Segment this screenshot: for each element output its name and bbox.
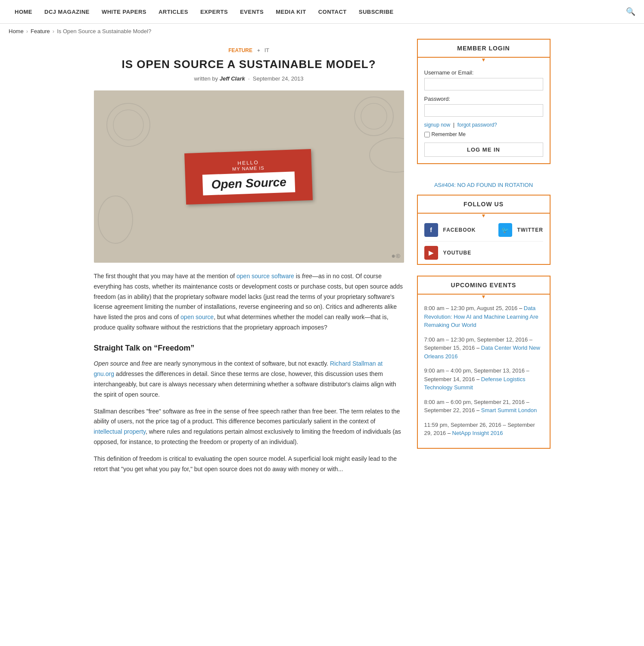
event-5-link[interactable]: NetApp Insight 2016 — [452, 430, 503, 436]
tag-it[interactable]: IT — [264, 47, 269, 53]
password-label: Password: — [424, 96, 543, 102]
breadcrumb-sep-1: › — [26, 28, 28, 34]
member-login-header: MEMBER LOGIN — [418, 40, 550, 58]
article-date: September 24, 2013 — [253, 75, 304, 82]
event-item-3: 9:00 am – 4:00 pm, September 13, 2016 – … — [424, 366, 543, 392]
facebook-row: f FACEBOOK 🐦 TWITTER — [418, 219, 550, 241]
remember-me-label: Remember Me — [432, 131, 466, 137]
login-header-arrow: ▼ — [418, 57, 550, 63]
breadcrumb-sep-2: › — [53, 28, 54, 34]
breadcrumb-current: Is Open Source a Sustainable Model? — [57, 28, 151, 34]
event-3-sep: – — [476, 376, 481, 382]
remember-me-checkbox[interactable] — [424, 132, 430, 137]
facebook-icon: f — [424, 223, 438, 237]
article-image-inner: HELLO MY NAME IS Open Source ⊕ ⓒ — [94, 90, 404, 263]
author-link[interactable]: Jeff Clark — [220, 75, 245, 82]
article-meta: written by Jeff Clark · September 24, 20… — [94, 75, 404, 82]
nav-articles[interactable]: ARTICLES — [152, 9, 194, 15]
hello-name-value: Open Source — [202, 171, 296, 195]
events-header: UPCOMING EVENTS — [418, 276, 550, 295]
section-heading-1: Straight Talk on “Freedom” — [94, 342, 404, 355]
svg-point-5 — [98, 196, 133, 243]
username-label: Username or Email: — [424, 69, 543, 76]
nav-subscribe[interactable]: SUBSCRIBE — [353, 9, 400, 15]
event-1-time: 8:00 am – 12:30 pm, August 25, 2016 — [424, 305, 518, 311]
written-by-label: written by — [194, 75, 218, 82]
follow-header-arrow: ▼ — [418, 213, 550, 219]
search-icon[interactable]: 🔍 — [626, 7, 635, 16]
nav-home[interactable]: HOME — [9, 9, 38, 15]
event-4-sep: – — [476, 407, 481, 413]
article-tags: FEATURE ✦ IT — [94, 47, 404, 53]
youtube-row: ▶ YOUTUBE — [418, 242, 550, 264]
youtube-label[interactable]: YOUTUBE — [443, 250, 472, 256]
image-license: ⊕ ⓒ — [392, 253, 401, 259]
sidebar-column: MEMBER LOGIN ▼ Username or Email: Passwo… — [417, 39, 551, 481]
event-item-5: 11:59 pm, September 26, 2016 – September… — [424, 421, 543, 438]
svg-point-4 — [370, 138, 404, 172]
login-links: signup now | forgot password? — [424, 122, 543, 128]
nav-whitepapers[interactable]: WHITE PAPERS — [96, 9, 152, 15]
breadcrumb-home[interactable]: Home — [9, 28, 24, 34]
svg-point-1 — [113, 110, 143, 140]
nav-dcj[interactable]: DCJ MAGAZINE — [38, 9, 96, 15]
breadcrumb: Home › Feature › Is Open Source a Sustai… — [0, 24, 644, 39]
member-login-box: MEMBER LOGIN ▼ Username or Email: Passwo… — [417, 39, 551, 164]
signup-link[interactable]: signup now — [424, 122, 451, 128]
password-input[interactable] — [424, 104, 543, 117]
facebook-label[interactable]: FACEBOOK — [443, 227, 476, 233]
stallman-link[interactable]: Richard Stallman at gnu.org — [94, 360, 383, 377]
open-source-link-1[interactable]: open source software — [236, 273, 294, 280]
content-column: FEATURE ✦ IT IS OPEN SOURCE A SUSTAINABL… — [94, 39, 404, 481]
article-para-2: Open source and free are nearly synonymo… — [94, 359, 404, 400]
follow-us-header: FOLLOW US — [418, 196, 550, 214]
breadcrumb-feature[interactable]: Feature — [31, 28, 50, 34]
remember-me-row: Remember Me — [424, 131, 543, 137]
article-para-1: The first thought that you may have at t… — [94, 271, 404, 333]
event-item-1: 8:00 am – 12:30 pm, August 25, 2016 – Da… — [424, 304, 543, 329]
open-source-link-2[interactable]: open source — [180, 314, 214, 320]
article-image: HELLO MY NAME IS Open Source ⊕ ⓒ — [94, 90, 404, 263]
twitter-label[interactable]: TWITTER — [517, 227, 543, 233]
tag-feature[interactable]: FEATURE — [228, 47, 252, 53]
events-header-arrow: ▼ — [418, 294, 550, 300]
twitter-icon: 🐦 — [498, 223, 512, 237]
ip-link[interactable]: intellectual property — [94, 428, 146, 435]
follow-body: f FACEBOOK 🐦 TWITTER ▶ YOUTUBE — [418, 219, 550, 264]
login-button[interactable]: LOG ME IN — [424, 143, 543, 157]
event-item-4: 8:00 am – 6:00 pm, September 21, 2016 – … — [424, 398, 543, 415]
article-body: The first thought that you may have at t… — [94, 271, 404, 474]
upcoming-events-box: UPCOMING EVENTS ▼ 8:00 am – 12:30 pm, Au… — [417, 276, 551, 449]
tag-separator: ✦ — [257, 48, 260, 53]
username-input[interactable] — [424, 78, 543, 90]
event-item-2: 7:00 am – 12:30 pm, September 12, 2016 –… — [424, 335, 543, 361]
forgot-password-link[interactable]: forgot password? — [457, 122, 497, 128]
ad-link[interactable]: AS#404: NO AD FOUND IN ROTATION — [434, 182, 533, 188]
nav-mediakit[interactable]: MEDIA KIT — [270, 9, 312, 15]
youtube-icon: ▶ — [424, 246, 438, 260]
event-4-link[interactable]: Smart Summit London — [481, 407, 537, 413]
svg-point-2 — [355, 97, 393, 136]
ad-placeholder: AS#404: NO AD FOUND IN ROTATION — [417, 175, 551, 195]
nav-contact[interactable]: CONTACT — [312, 9, 353, 15]
article-title: IS OPEN SOURCE A SUSTAINABLE MODEL? — [94, 58, 404, 71]
event-1-sep: – — [519, 305, 524, 311]
hello-badge: HELLO MY NAME IS Open Source — [184, 149, 313, 204]
events-list: 8:00 am – 12:30 pm, August 25, 2016 – Da… — [418, 300, 550, 448]
nav-experts[interactable]: EXPERTS — [194, 9, 234, 15]
follow-us-box: FOLLOW US ▼ f FACEBOOK 🐦 TWITTER ▶ YOUTU… — [417, 195, 551, 265]
svg-point-3 — [361, 103, 387, 129]
article-para-4: This definition of freedom is critical t… — [94, 454, 404, 475]
article-para-3: Stallman describes "free" software as fr… — [94, 407, 404, 447]
nav-events[interactable]: EVENTS — [234, 9, 270, 15]
event-2-sep: – — [476, 345, 481, 351]
event-5-sep: – — [448, 430, 452, 436]
main-nav: HOME DCJ MAGAZINE WHITE PAPERS ARTICLES … — [0, 0, 644, 24]
login-form-body: Username or Email: Password: signup now … — [418, 63, 550, 163]
